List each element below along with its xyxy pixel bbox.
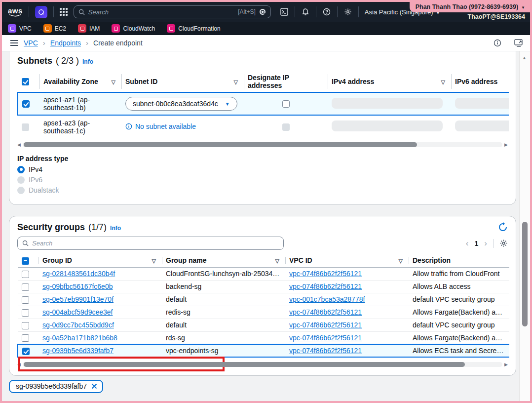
security-groups-search-input[interactable]: Search bbox=[17, 237, 284, 250]
favorite-cloudformation[interactable]: CloudFormation bbox=[167, 24, 220, 33]
security-groups-info-link[interactable]: Info bbox=[110, 225, 121, 232]
next-page-icon[interactable]: › bbox=[484, 239, 487, 247]
scroll-left-icon[interactable]: ◀ bbox=[17, 363, 21, 367]
info-icon[interactable] bbox=[494, 39, 501, 47]
favorite-vpc[interactable]: VPC bbox=[8, 24, 32, 33]
scroll-left-icon[interactable]: ◀ bbox=[17, 143, 21, 147]
sg-row-checkbox-checked[interactable] bbox=[22, 348, 30, 355]
sg-row[interactable]: sg-0d9cc7bc455bdd9cf default vpc-074f86b… bbox=[18, 319, 509, 331]
subnet-id-value: subnet-0b0c8ea3dcaf36d4c bbox=[133, 100, 218, 108]
cloudshell-button[interactable] bbox=[274, 8, 295, 16]
sg-row-selected[interactable]: sg-0939b5e6d339fafb7 vpc-endpoints-sg vp… bbox=[18, 344, 509, 357]
selected-sg-token: sg-0939b5e6d339fafb7 bbox=[9, 380, 103, 393]
question-icon bbox=[323, 8, 331, 16]
subnets-info-link[interactable]: Info bbox=[82, 58, 93, 65]
breadcrumb-separator bbox=[86, 39, 88, 47]
scrollbar-thumb[interactable] bbox=[522, 222, 528, 326]
subnet-id-select[interactable]: subnet-0b0c8ea3dcaf36d4c bbox=[125, 97, 237, 111]
sort-icon[interactable] bbox=[234, 78, 240, 85]
iam-service-icon bbox=[78, 24, 86, 33]
sort-icon[interactable] bbox=[152, 256, 158, 264]
page-number[interactable]: 1 bbox=[475, 240, 479, 247]
favorite-ec2[interactable]: EC2 bbox=[43, 24, 66, 33]
sg-vpc-id-link[interactable]: vpc-074f86b62f2f56121 bbox=[289, 308, 362, 316]
scroll-right-icon[interactable]: ▶ bbox=[504, 143, 508, 147]
favorite-label: CloudFormation bbox=[178, 25, 220, 32]
global-search-input[interactable]: Search [Alt+S] bbox=[74, 5, 271, 18]
notifications-button[interactable] bbox=[295, 8, 316, 16]
subnet-row-checkbox[interactable] bbox=[22, 100, 30, 108]
account-menu-button[interactable]: Phan Thanh Thao (9972-8639-6939) bbox=[410, 2, 530, 12]
favorite-iam[interactable]: IAM bbox=[78, 24, 100, 33]
sg-vpc-id-link[interactable]: vpc-074f86b62f2f56121 bbox=[289, 347, 362, 355]
sg-group-id-link[interactable]: sg-004abcf59d9cee3ef bbox=[42, 308, 113, 316]
breadcrumb-endpoints[interactable]: Endpoints bbox=[50, 39, 81, 47]
cloudformation-service-icon bbox=[167, 24, 175, 33]
sort-icon[interactable] bbox=[441, 78, 447, 85]
sort-icon[interactable] bbox=[112, 78, 117, 85]
sg-row-checkbox[interactable] bbox=[22, 283, 29, 291]
sg-horizontal-scrollbar[interactable]: ◀ ▶ bbox=[17, 362, 508, 367]
vertical-scrollbar[interactable]: ▲ bbox=[519, 51, 530, 403]
sg-description: Allows Fargate(Backend) access bbox=[409, 331, 509, 344]
refresh-button[interactable] bbox=[497, 221, 509, 233]
help-button[interactable] bbox=[316, 8, 337, 16]
sg-row-checkbox[interactable] bbox=[22, 271, 29, 278]
sg-group-id-link[interactable]: sg-0e57eb9901f13e70f bbox=[42, 295, 114, 303]
scroll-up-icon[interactable]: ▲ bbox=[522, 55, 527, 60]
radio-disabled-icon bbox=[17, 176, 25, 184]
sg-group-id-link[interactable]: sg-0d9cc7bc455bdd9cf bbox=[42, 321, 114, 329]
sg-group-id-link[interactable]: sg-09bfbc56167fc6e0b bbox=[42, 282, 113, 290]
search-placeholder: Search bbox=[32, 240, 52, 247]
dismiss-token-icon[interactable] bbox=[91, 383, 97, 389]
previous-page-icon[interactable]: ‹ bbox=[466, 239, 469, 247]
hamburger-menu-icon[interactable] bbox=[10, 40, 19, 46]
sg-vpc-id-link[interactable]: vpc-074f86b62f2f56121 bbox=[289, 321, 362, 329]
sg-row[interactable]: sg-0281483561dc30b4f CloudFrontSG-lunchs… bbox=[18, 267, 509, 280]
sg-row-checkbox[interactable] bbox=[22, 296, 29, 304]
sg-vpc-id-link[interactable]: vpc-074f86b62f2f56121 bbox=[289, 282, 362, 290]
sg-row[interactable]: sg-0e57eb9901f13e70f default vpc-001c7bc… bbox=[18, 293, 509, 306]
sg-vpc-id-link[interactable]: vpc-074f86b62f2f56121 bbox=[289, 270, 362, 278]
sg-vpc-id-link[interactable]: vpc-074f86b62f2f56121 bbox=[289, 334, 362, 342]
designate-ip-checkbox[interactable] bbox=[282, 100, 290, 108]
subnets-horizontal-scrollbar[interactable]: ◀ ▶ bbox=[17, 142, 508, 148]
subnet-az: apse1-az3 (ap-southeast-1c) bbox=[39, 115, 121, 138]
sg-row[interactable]: sg-0a52ba171b821b6b8 rds-sg vpc-074f86b6… bbox=[18, 331, 509, 344]
col-ipv6: IPv6 address bbox=[455, 78, 497, 85]
radio-ipv4[interactable]: IPv4 bbox=[17, 165, 508, 173]
divider bbox=[53, 6, 54, 17]
sg-row-checkbox[interactable] bbox=[22, 334, 29, 342]
sg-vpc-id-link[interactable]: vpc-001c7bca53a28778f bbox=[289, 295, 365, 303]
sg-group-name: rds-sg bbox=[162, 331, 285, 344]
col-subnet-id: Subnet ID bbox=[125, 78, 157, 85]
subnets-select-all-checkbox[interactable] bbox=[22, 78, 29, 85]
gear-icon bbox=[344, 8, 352, 16]
favorite-label: EC2 bbox=[55, 25, 66, 32]
sg-row[interactable]: sg-09bfbc56167fc6e0b backend-sg vpc-074f… bbox=[18, 280, 509, 293]
sg-row-checkbox[interactable] bbox=[22, 322, 29, 329]
radio-dualstack: Dualstack bbox=[17, 186, 508, 194]
col-group-name: Group name bbox=[166, 256, 206, 264]
sort-icon[interactable] bbox=[399, 256, 405, 264]
sg-description: Allows ECS task and Secrets Manager a.. bbox=[409, 344, 509, 357]
sort-icon[interactable] bbox=[275, 256, 281, 264]
settings-button[interactable] bbox=[338, 8, 358, 16]
subnet-row[interactable]: apse1-az3 (ap-southeast-1c) No subnet av… bbox=[18, 115, 509, 138]
ipv4-input-disabled bbox=[332, 121, 443, 131]
sg-group-id-link[interactable]: sg-0939b5e6d339fafb7 bbox=[42, 347, 114, 355]
preferences-gear-icon[interactable] bbox=[499, 239, 508, 247]
aws-logo[interactable]: aws bbox=[8, 8, 23, 17]
sg-group-id-link[interactable]: sg-0281483561dc30b4f bbox=[42, 270, 115, 278]
feedback-icon[interactable] bbox=[514, 39, 523, 47]
sg-row-checkbox[interactable] bbox=[22, 309, 29, 317]
sg-row[interactable]: sg-004abcf59d9cee3ef redis-sg vpc-074f86… bbox=[18, 306, 509, 319]
sg-select-all-checkbox[interactable] bbox=[22, 257, 29, 265]
scroll-right-icon[interactable]: ▶ bbox=[504, 363, 508, 367]
subnet-row-selected[interactable]: apse1-az1 (ap-southeast-1b) subnet-0b0c8… bbox=[18, 92, 509, 115]
sg-group-id-link[interactable]: sg-0a52ba171b821b6b8 bbox=[42, 334, 117, 342]
services-menu-icon[interactable] bbox=[60, 8, 68, 16]
amazon-q-icon[interactable] bbox=[35, 6, 47, 18]
favorite-cloudwatch[interactable]: CloudWatch bbox=[112, 24, 155, 33]
breadcrumb-vpc[interactable]: VPC bbox=[24, 39, 38, 47]
